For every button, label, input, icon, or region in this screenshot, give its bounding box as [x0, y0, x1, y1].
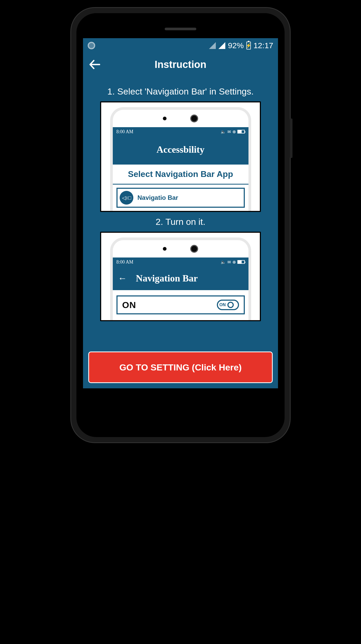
mini-time: 8:00 AM	[116, 129, 134, 135]
mini-speaker-icon	[190, 245, 198, 253]
mini-status-icons: 🔈 ✉ ⊕	[221, 129, 245, 134]
mini-speaker-icon	[190, 115, 198, 122]
mini-camera-icon	[163, 117, 167, 120]
toggle-switch: ON	[217, 300, 239, 310]
content-area: 1. Select 'Navigation Bar' in Settings. …	[83, 76, 278, 349]
app-bar: Instruction	[83, 53, 278, 76]
signal-icon	[218, 42, 225, 49]
mini-status-bar: 8:00 AM 🔈 ✉ ⊕	[113, 257, 248, 266]
on-label: ON	[122, 300, 136, 310]
signal-icon	[209, 42, 216, 49]
battery-percent: 92%	[228, 41, 244, 50]
mini-header-row: ← Navigation Bar	[113, 266, 248, 290]
illustration-1: 8:00 AM 🔈 ✉ ⊕ Accessbility Select Naviga…	[100, 101, 261, 212]
mini-header: Accessbility	[113, 136, 248, 165]
mini-toggle-row: ON ON	[116, 295, 245, 314]
status-spinner-icon	[88, 42, 95, 49]
status-right: 92% ⚡ 12:17	[95, 41, 273, 50]
globe-icon: ⊕	[232, 260, 236, 265]
step-1-label: 1. Select 'Navigation Bar' in Settings.	[107, 86, 253, 97]
mini-item-label: Navigatio Bar	[138, 194, 178, 201]
battery-icon: ⚡	[246, 42, 251, 49]
phone-bezel: 92% ⚡ 12:17 Instruction 1. Select 'Navig…	[76, 13, 285, 437]
battery-icon	[237, 130, 245, 133]
status-time: 12:17	[253, 41, 273, 50]
mini-subheader: Select Navigation Bar App	[113, 165, 248, 185]
step-2-label: 2. Turn on it.	[156, 217, 206, 227]
phone-frame: 92% ⚡ 12:17 Instruction 1. Select 'Navig…	[71, 8, 290, 442]
mini-list-item: ◁○□ Navigatio Bar	[116, 188, 245, 208]
mini-phone: 8:00 AM 🔈 ✉ ⊕ ← Navigation Bar	[110, 237, 251, 320]
page-title: Instruction	[88, 59, 273, 70]
mini-phone: 8:00 AM 🔈 ✉ ⊕ Accessbility Select Naviga…	[110, 107, 251, 211]
battery-icon	[237, 260, 245, 264]
sound-icon: 🔈	[221, 129, 226, 134]
charging-icon: ⚡	[246, 43, 251, 48]
sound-icon: 🔈	[221, 260, 226, 265]
mini-header-title: Navigation Bar	[136, 273, 198, 284]
mail-icon: ✉	[227, 260, 231, 265]
mini-status-bar: 8:00 AM 🔈 ✉ ⊕	[113, 127, 248, 136]
mail-icon: ✉	[227, 129, 231, 134]
mini-status-icons: 🔈 ✉ ⊕	[221, 260, 245, 265]
toggle-knob-icon	[227, 302, 234, 308]
mini-sensors	[113, 115, 248, 122]
illustration-2: 8:00 AM 🔈 ✉ ⊕ ← Navigation Bar	[100, 232, 261, 321]
screen: 92% ⚡ 12:17 Instruction 1. Select 'Navig…	[83, 38, 278, 388]
nav-buttons-icon: ◁○□	[120, 191, 133, 205]
phone-side-button	[290, 118, 292, 158]
phone-speaker	[165, 28, 196, 30]
back-arrow-icon: ←	[118, 273, 127, 283]
status-left	[88, 42, 95, 49]
mini-time: 8:00 AM	[116, 259, 134, 265]
cta-label: GO TO SETTING (Click Here)	[119, 362, 242, 373]
go-to-setting-button[interactable]: GO TO SETTING (Click Here)	[88, 351, 273, 383]
mini-sensors	[113, 245, 248, 253]
status-bar: 92% ⚡ 12:17	[83, 38, 278, 53]
globe-icon: ⊕	[232, 129, 236, 134]
mini-camera-icon	[163, 247, 167, 251]
toggle-text: ON	[219, 303, 226, 307]
